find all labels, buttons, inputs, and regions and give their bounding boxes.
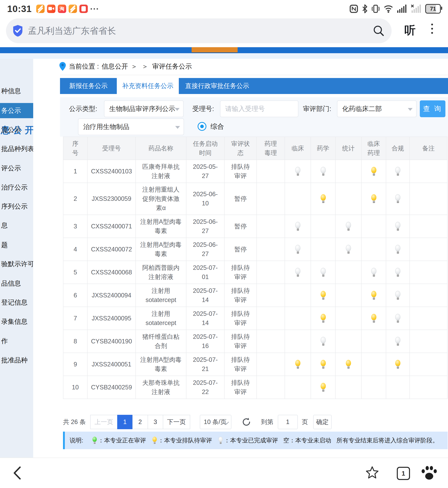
refresh-icon[interactable] — [242, 417, 251, 427]
sidebar-item-15[interactable]: 批准品种 — [0, 353, 33, 367]
bulb-base — [322, 366, 324, 368]
product-subtype-select[interactable]: 治疗用生物制品 — [78, 118, 184, 135]
breadcrumb-section[interactable]: 信息公开 — [102, 62, 128, 71]
tab-counter-button[interactable]: 1 — [397, 467, 410, 480]
table-row[interactable]: 1CXSS2400103匹康奇拜单抗注射液2025-05-27排队待审评 — [64, 160, 448, 183]
bulb-yellow-icon — [320, 360, 326, 369]
table-row[interactable]: 5CXSS2400068阿柏西普眼内注射溶液2025-07-01排队待审评 — [64, 261, 448, 284]
column-header-label: 药学 — [317, 144, 329, 153]
browser-menu-icon[interactable] — [431, 24, 433, 34]
cell-specialty-1 — [257, 160, 285, 183]
cell-start-date-text: 2025-06-10 — [191, 190, 220, 208]
table-row[interactable]: 8CYSB2400190猪纤维蛋白粘合剂2025-07-16排队待审评 — [64, 330, 448, 353]
listen-button[interactable]: 听 — [404, 23, 416, 38]
goto-confirm-button[interactable]: 确定 — [313, 415, 332, 429]
column-header-label: 审评状态 — [230, 139, 251, 158]
bookmark-star-icon[interactable] — [365, 466, 379, 480]
cell-drug-name: 注射用sotatercept — [136, 307, 186, 330]
bulb-head — [371, 167, 376, 173]
legend-items: ：本专业正在审评：本专业排队待审评：本专业已完成审评 — [91, 436, 283, 445]
cell-drug-name-text: 注射用重组人促卵泡黄体激素α — [140, 185, 182, 213]
bulb-head — [93, 437, 97, 442]
cell-acceptance-no: CYSB2400259 — [88, 376, 136, 399]
cell-specialty-3 — [311, 376, 336, 399]
cell-remark — [410, 183, 448, 215]
more-notifications-icon — [91, 8, 98, 10]
tab-1[interactable]: 新报任务公示 — [60, 78, 117, 94]
table-row[interactable]: 7JXSS2400095注射用sotatercept2025-07-14排队待审… — [64, 307, 448, 330]
review-dept-select[interactable]: 化药临床二部 — [337, 100, 416, 117]
table-row[interactable]: 2JXSS2300059注射用重组人促卵泡黄体激素α2025-06-10暂停 — [64, 183, 448, 215]
sidebar-item-11[interactable]: 品信息 — [0, 276, 33, 290]
cell-specialty-3 — [311, 307, 336, 330]
search-icon[interactable] — [372, 24, 385, 37]
table-row[interactable]: 4CXSS2400072注射用A型肉毒毒素2025-06-27暂停 — [64, 238, 448, 261]
tab-2[interactable]: 补充资料任务公示 — [117, 78, 179, 94]
bulb-head — [395, 360, 400, 366]
publicity-type-select[interactable]: 生物制品审评序列公示 — [104, 100, 184, 117]
table-row[interactable]: 3CXSS2400071注射用A型肉毒毒素2025-06-27暂停 — [64, 215, 448, 238]
cell-specialty-4 — [336, 160, 362, 183]
sidebar-item-9[interactable]: 题 — [0, 238, 33, 252]
page-button-3[interactable]: 3 — [148, 415, 163, 429]
legend-tail-text: 所有专业结束后将进入综合审评阶段。 — [336, 436, 438, 445]
bulb-base — [397, 274, 399, 277]
bulb-base — [397, 320, 399, 323]
bulb-base — [373, 173, 375, 176]
tab-3[interactable]: 直接行政审批任务公示 — [179, 78, 256, 94]
sidebar-item-5[interactable]: 评公示 — [0, 161, 33, 175]
sidebar-item-2[interactable]: 务公示 — [0, 103, 33, 118]
table-row[interactable]: 10CYSB2400259夫那奇珠单抗注射液2025-07-22排队待审评 — [64, 376, 448, 399]
back-icon[interactable] — [13, 466, 22, 480]
query-button[interactable]: 查 询 — [420, 100, 445, 117]
cell-remark — [410, 238, 448, 261]
cell-review-status-text: 排队待审评 — [230, 286, 251, 304]
sidebar-item-12[interactable]: 登记信息 — [0, 296, 33, 309]
prev-page-button[interactable]: 上一页 — [90, 415, 118, 429]
sidebar-item-3[interactable]: 流公示 — [0, 123, 33, 137]
acceptance-no-input[interactable] — [220, 100, 298, 117]
legend-label: 说明: — [70, 436, 83, 445]
sidebar-item-7[interactable]: 序列公示 — [0, 200, 33, 213]
search-bar[interactable]: 孟凡利当选广东省省长 — [6, 18, 392, 43]
cell-review-status-text: 排队待审评 — [230, 378, 251, 397]
comprehensive-radio[interactable] — [198, 122, 206, 131]
sidebar-item-8[interactable]: 息 — [0, 218, 33, 232]
cell-specialty-2 — [285, 238, 311, 261]
cell-specialty-2 — [285, 215, 311, 238]
sidebar-item-6[interactable]: 治疗公示 — [0, 180, 33, 194]
cell-drug-name-text: 注射用A型肉毒毒素 — [140, 217, 182, 236]
cell-review-status: 排队待审评 — [224, 353, 257, 376]
bulb-head — [395, 167, 400, 173]
page-size-select[interactable]: 10 条/页 — [200, 415, 232, 429]
column-header: 任务启动时间 — [186, 137, 224, 160]
sidebar-item-13[interactable]: 录集信息 — [0, 315, 33, 328]
bulb-head — [295, 360, 300, 366]
sidebar-item-14[interactable]: 作 — [0, 334, 33, 348]
table-row[interactable]: 9JXSS2400051注射用A型肉毒毒素2025-07-21排队待审评 — [64, 353, 448, 376]
column-header-label: 药理毒理 — [264, 139, 278, 158]
cell-specialty-1 — [257, 376, 285, 399]
page-button-2[interactable]: 2 — [132, 415, 148, 429]
cell-review-status: 暂停 — [224, 238, 257, 261]
bulb-base — [397, 200, 399, 203]
next-page-button[interactable]: 下一页 — [163, 415, 190, 429]
comprehensive-radio-label[interactable]: 综合 — [210, 121, 224, 132]
bulb-gray-icon — [345, 245, 352, 254]
page-button-1[interactable]: 1 — [117, 415, 133, 429]
cell-remark — [410, 160, 448, 183]
sidebar-item-1[interactable]: 种信息 — [0, 84, 33, 98]
bulb-base — [322, 343, 324, 346]
sidebar-item-10[interactable]: 验默示许可 — [0, 257, 33, 271]
cell-specialty-5 — [362, 160, 386, 183]
chevron-down-icon — [175, 108, 180, 111]
table-row[interactable]: 6JXSS2400094注射用sotatercept2025-07-14排队待审… — [64, 284, 448, 307]
bulb-base — [347, 251, 350, 254]
sidebar-item-4[interactable]: 批品种列表 — [0, 142, 33, 156]
bulb-yellow-icon — [395, 360, 401, 369]
cell-acceptance-no: JXSS2400094 — [88, 284, 136, 307]
page-scroll-thumb[interactable] — [192, 47, 238, 52]
goto-page-input[interactable] — [278, 415, 298, 429]
baidu-paw-icon[interactable] — [422, 465, 437, 481]
cell-review-status-text: 排队待审评 — [230, 162, 251, 181]
